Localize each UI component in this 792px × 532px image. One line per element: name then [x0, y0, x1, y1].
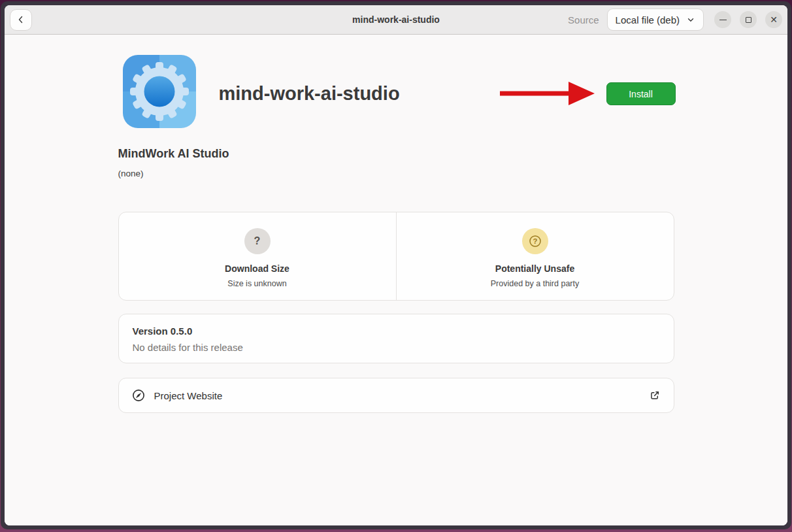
source-label: Source	[568, 14, 599, 25]
question-icon: ?	[244, 228, 271, 254]
source-dropdown-value: Local file (deb)	[616, 14, 680, 25]
gear-icon	[123, 55, 196, 128]
project-website-row[interactable]: Project Website	[118, 378, 674, 413]
maximize-button[interactable]	[740, 11, 757, 28]
version-title: Version 0.5.0	[133, 325, 660, 337]
compass-icon	[132, 389, 145, 402]
tile-subtitle: Provided by a third party	[491, 279, 580, 288]
external-link-icon	[649, 390, 661, 401]
version-card: Version 0.5.0 No details for this releas…	[118, 314, 674, 363]
install-button[interactable]: Install	[606, 82, 676, 105]
download-size-tile: ? Download Size Size is unknown	[119, 212, 396, 300]
maximize-icon	[746, 17, 751, 23]
chevron-down-icon	[686, 15, 695, 24]
website-label: Project Website	[154, 390, 223, 401]
headerbar: mind-work-ai-studio Source Local file (d…	[5, 5, 787, 35]
content-area: mind-work-ai-studio Install MindWork AI …	[5, 35, 787, 525]
back-button[interactable]	[10, 9, 32, 31]
page-title: mind-work-ai-studio	[219, 80, 400, 107]
app-icon	[123, 55, 196, 128]
version-subtitle: No details for this release	[133, 342, 660, 353]
tile-subtitle: Size is unknown	[227, 279, 286, 288]
svg-text:?: ?	[533, 237, 537, 245]
source-dropdown[interactable]: Local file (deb)	[607, 8, 704, 31]
circled-question-icon: ?	[522, 228, 548, 254]
minimize-icon	[719, 20, 727, 20]
window-controls: ✕	[714, 11, 782, 28]
close-button[interactable]: ✕	[765, 11, 782, 28]
chevron-left-icon	[16, 14, 26, 25]
red-arrow-annotation	[500, 81, 595, 106]
tile-title: Potentially Unsafe	[495, 263, 574, 274]
close-icon: ✕	[770, 15, 778, 24]
tile-title: Download Size	[225, 263, 289, 274]
safety-tile[interactable]: ? Potentially Unsafe Provided by a third…	[396, 212, 674, 300]
minimize-button[interactable]	[714, 11, 731, 28]
context-tiles-card: ? Download Size Size is unknown ? Potent	[118, 212, 674, 301]
app-display-name: MindWork AI Studio	[118, 147, 229, 161]
app-license: (none)	[118, 169, 144, 178]
app-window: mind-work-ai-studio Source Local file (d…	[1, 1, 791, 529]
